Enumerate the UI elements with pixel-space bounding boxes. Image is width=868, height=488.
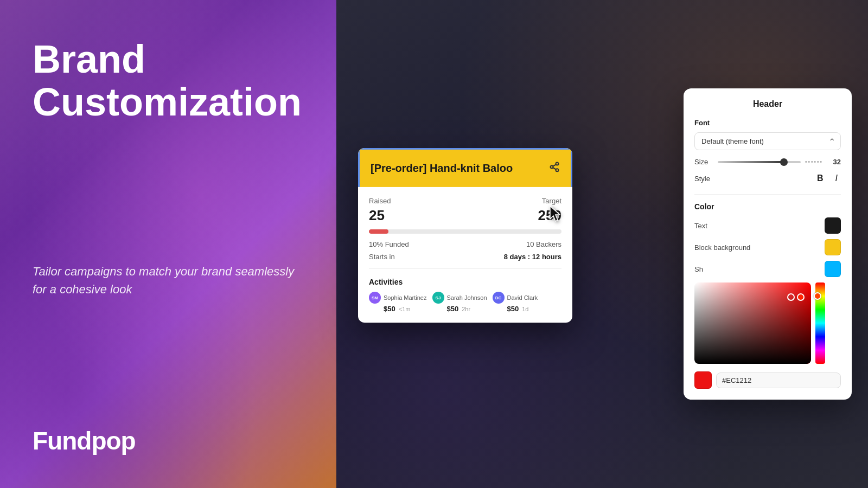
color-picker[interactable] (694, 282, 841, 389)
picker-thumb-white (787, 293, 795, 301)
svg-point-2 (556, 169, 559, 171)
activity-amount-row: $50 1d (493, 305, 538, 313)
activity-user-name: Sophia Martinez (384, 294, 427, 301)
activity-user-row: DC David Clark (493, 292, 538, 304)
campaign-card: [Pre-order] Hand-knit Baloo Raised Targe… (358, 148, 572, 323)
starts-row: Starts in 8 days : 12 hours (369, 253, 561, 269)
divider (694, 194, 841, 195)
progress-bar (369, 229, 561, 234)
stats-values-row: 25 250 (369, 207, 561, 224)
brand-subtitle: Tailor campaigns to match your brand sea… (33, 262, 304, 298)
list-item: SJ Sarah Johnson $50 2hr (432, 292, 487, 313)
brand-title: Brand Customization (33, 38, 304, 124)
list-item: SM Sophia Martinez $50 <1m (369, 292, 427, 313)
block-bg-swatch[interactable] (825, 239, 841, 255)
avatar: SM (369, 292, 381, 304)
font-selector-wrapper[interactable]: Default (theme font) (694, 132, 841, 150)
avatar: DC (493, 292, 505, 304)
stats-label-row: Raised Target (369, 197, 561, 205)
color-section-label: Color (694, 202, 841, 211)
block-bg-label: Block background (694, 243, 750, 252)
cursor-pointer (548, 205, 563, 222)
font-selector[interactable]: Default (theme font) (694, 132, 841, 150)
activity-time: 1d (522, 305, 528, 312)
text-color-swatch[interactable] (825, 217, 841, 234)
activity-time: 2hr (462, 305, 470, 312)
picker-thumb-active (797, 293, 805, 301)
funded-row: 10% Funded 10 Backers (369, 240, 561, 248)
color-preview[interactable] (694, 371, 712, 389)
avatar: SJ (432, 292, 444, 304)
hue-thumb (814, 292, 821, 300)
style-buttons: B I (814, 172, 841, 184)
list-item: DC David Clark $50 1d (493, 292, 538, 313)
shadow-label: Sh (694, 265, 703, 273)
size-slider[interactable] (718, 161, 801, 163)
activity-amount: $50 (384, 305, 395, 313)
raised-value: 25 (369, 207, 385, 224)
panel-title: Header (694, 99, 841, 109)
activity-amount: $50 (507, 305, 519, 313)
starts-label: Starts in (369, 253, 395, 261)
text-color-row: Text (694, 217, 841, 234)
activities-title: Activities (369, 278, 561, 286)
hex-input[interactable] (716, 373, 841, 388)
font-section-label: Font (694, 119, 841, 127)
activity-user-name: David Clark (507, 294, 538, 301)
shadow-color-row: Sh (694, 261, 841, 277)
activity-time: <1m (399, 305, 411, 312)
card-header: [Pre-order] Hand-knit Baloo (358, 148, 572, 187)
shadow-swatch[interactable] (825, 261, 841, 277)
size-label: Size (694, 158, 713, 166)
brand-subtitle-text: Tailor campaigns to match your brand sea… (33, 262, 304, 298)
size-value: 32 (827, 158, 841, 166)
activity-user-row: SJ Sarah Johnson (432, 292, 487, 304)
italic-button[interactable]: I (832, 172, 841, 184)
card-title: [Pre-order] Hand-knit Baloo (371, 162, 513, 175)
raised-label: Raised (369, 197, 391, 205)
starts-value: 8 days : 12 hours (504, 253, 561, 261)
activities-list: SM Sophia Martinez $50 <1m SJ Sarah John… (369, 292, 561, 313)
svg-point-1 (551, 165, 553, 168)
block-bg-color-row: Block background (694, 239, 841, 255)
activity-amount: $50 (447, 305, 459, 313)
size-dots: •••••• (805, 159, 823, 165)
color-gradient-picker[interactable] (694, 282, 811, 364)
style-row: Style B I (694, 172, 841, 184)
size-row: Size •••••• 32 (694, 158, 841, 166)
progress-fill (369, 229, 388, 234)
svg-point-0 (556, 163, 559, 165)
activity-amount-row: $50 2hr (432, 305, 487, 313)
style-label: Style (694, 175, 710, 183)
activity-amount-row: $50 <1m (369, 305, 427, 313)
size-slider-thumb (780, 158, 788, 166)
hex-row (694, 371, 841, 389)
brand-title-line2: Customization (33, 81, 304, 124)
svg-line-4 (553, 164, 556, 166)
funded-text: 10% Funded (369, 240, 409, 248)
svg-line-3 (553, 168, 556, 169)
activity-user-row: SM Sophia Martinez (369, 292, 427, 304)
right-panel: [Pre-order] Hand-knit Baloo Raised Targe… (336, 0, 868, 488)
bold-button[interactable]: B (814, 172, 827, 184)
properties-panel: Header Font Default (theme font) Size ••… (684, 88, 852, 400)
logo: Fundpop (33, 426, 304, 455)
logo-area: Fundpop (33, 426, 304, 455)
left-panel: Brand Customization Tailor campaigns to … (0, 0, 336, 488)
svg-marker-5 (550, 206, 560, 221)
brand-title-line1: Brand (33, 38, 304, 81)
hue-slider[interactable] (815, 282, 825, 364)
activity-user-name: Sarah Johnson (447, 294, 487, 301)
card-body: Raised Target 25 250 10% Funded 10 Backe… (358, 187, 572, 323)
activities-section: Activities SM Sophia Martinez $50 <1m (369, 278, 561, 313)
target-label: Target (542, 197, 561, 205)
text-color-label: Text (694, 222, 707, 230)
share-icon[interactable] (549, 162, 560, 175)
backers-text: 10 Backers (526, 240, 561, 248)
